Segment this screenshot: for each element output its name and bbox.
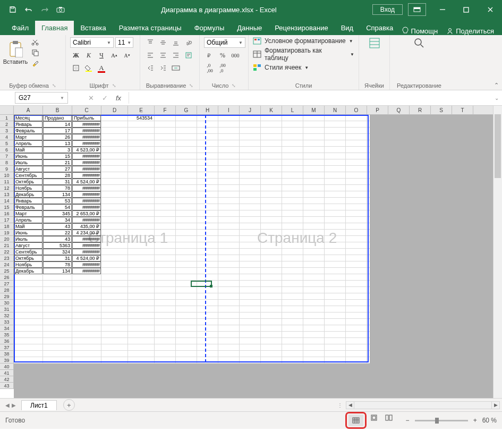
format-as-table-button[interactable]: Форматировать как таблицу ▼ bbox=[253, 47, 354, 62]
worksheet-grid[interactable]: ABCDEFGHIJKLMNOPQRST 1234567891011121314… bbox=[0, 106, 502, 398]
column-header[interactable]: E bbox=[128, 106, 155, 114]
ribbon-display-icon[interactable] bbox=[408, 3, 426, 16]
row-header[interactable]: 14 bbox=[0, 198, 14, 204]
column-header[interactable]: M bbox=[303, 106, 325, 114]
share-button[interactable]: Поделиться bbox=[446, 27, 494, 35]
column-header[interactable]: F bbox=[155, 106, 176, 114]
table-cell[interactable]: Май bbox=[14, 223, 42, 230]
column-header[interactable]: Q bbox=[388, 106, 410, 114]
undo-icon[interactable] bbox=[24, 5, 33, 14]
vertical-scrollbar[interactable] bbox=[493, 106, 502, 398]
row-header[interactable]: 32 bbox=[0, 312, 14, 319]
wrap-text-icon[interactable] bbox=[183, 50, 194, 61]
table-cell[interactable]: 22 bbox=[43, 230, 72, 236]
table-cell[interactable]: Сентябрь bbox=[14, 172, 42, 179]
table-cell[interactable]: ######## bbox=[72, 134, 101, 140]
table-cell[interactable]: Январь bbox=[14, 121, 42, 128]
table-cell[interactable]: Прибыль bbox=[72, 115, 101, 121]
cut-button[interactable] bbox=[30, 37, 40, 47]
copy-button[interactable] bbox=[30, 48, 40, 57]
page-break-view-button[interactable] bbox=[381, 412, 396, 424]
row-header[interactable]: 43 bbox=[0, 383, 14, 389]
table-cell[interactable]: Апрель bbox=[14, 217, 42, 223]
tab-pagelayout[interactable]: Разметка страницы bbox=[113, 21, 188, 35]
table-cell[interactable]: 4 234,00 ₽ bbox=[72, 230, 101, 236]
increase-decimal-icon[interactable]: ,0,00 bbox=[204, 63, 216, 73]
table-cell[interactable]: 34 bbox=[43, 217, 72, 223]
tab-review[interactable]: Рецензирование bbox=[268, 21, 334, 35]
comma-icon[interactable]: 000 bbox=[229, 50, 241, 61]
row-header[interactable]: 4 bbox=[0, 134, 14, 140]
align-middle-icon[interactable] bbox=[157, 37, 169, 48]
dialog-launcher-icon[interactable]: ⤡ bbox=[232, 83, 236, 88]
table-cell[interactable]: ######## bbox=[72, 185, 101, 191]
row-header[interactable]: 1 bbox=[0, 115, 14, 121]
row-header[interactable]: 11 bbox=[0, 179, 14, 185]
row-header[interactable]: 17 bbox=[0, 217, 14, 223]
row-header[interactable]: 24 bbox=[0, 261, 14, 268]
number-format-combo[interactable]: Общий▼ bbox=[204, 37, 245, 48]
tab-file[interactable]: Файл bbox=[5, 21, 35, 35]
column-header[interactable]: G bbox=[176, 106, 197, 114]
redo-icon[interactable] bbox=[40, 5, 49, 14]
dialog-launcher-icon[interactable]: ⤡ bbox=[112, 83, 116, 88]
table-cell[interactable]: Декабрь bbox=[14, 191, 42, 198]
percent-icon[interactable]: % bbox=[217, 50, 228, 61]
row-header[interactable]: 30 bbox=[0, 300, 14, 306]
table-cell[interactable]: 134 bbox=[43, 191, 72, 198]
table-cell[interactable]: Сентябрь bbox=[14, 249, 42, 255]
row-header[interactable]: 23 bbox=[0, 255, 14, 261]
row-header[interactable]: 41 bbox=[0, 370, 14, 376]
table-cell[interactable]: ######## bbox=[72, 153, 101, 159]
cancel-formula-icon[interactable]: ✕ bbox=[84, 92, 98, 104]
minimize-button[interactable] bbox=[430, 0, 454, 19]
row-header[interactable]: 21 bbox=[0, 242, 14, 249]
row-header[interactable]: 26 bbox=[0, 274, 14, 281]
table-cell[interactable]: 2 653,00 ₽ bbox=[72, 210, 101, 217]
tab-formulas[interactable]: Формулы bbox=[188, 21, 231, 35]
fill-color-button[interactable] bbox=[83, 63, 95, 73]
table-cell[interactable]: Ноябрь bbox=[14, 261, 42, 268]
table-cell[interactable]: 17 bbox=[43, 128, 72, 134]
column-header[interactable]: O bbox=[346, 106, 367, 114]
table-cell[interactable]: 31 bbox=[43, 179, 72, 185]
enter-formula-icon[interactable]: ✓ bbox=[98, 92, 112, 104]
zoom-slider[interactable] bbox=[415, 420, 468, 421]
row-header[interactable]: 29 bbox=[0, 293, 14, 300]
save-icon[interactable] bbox=[8, 5, 18, 14]
table-cell[interactable]: 53 bbox=[43, 198, 72, 204]
row-header[interactable]: 19 bbox=[0, 230, 14, 236]
camera-icon[interactable] bbox=[56, 5, 65, 14]
table-cell[interactable]: Январь bbox=[14, 198, 42, 204]
font-color-button[interactable]: A bbox=[96, 63, 107, 73]
table-cell[interactable]: Месяц bbox=[14, 115, 42, 121]
align-bottom-icon[interactable] bbox=[170, 37, 182, 48]
tab-help[interactable]: Справка bbox=[360, 21, 399, 35]
zoom-level[interactable]: 60 % bbox=[482, 417, 497, 424]
table-cell[interactable]: ######## bbox=[72, 242, 101, 249]
table-cell[interactable]: 13 bbox=[43, 140, 72, 147]
table-cell[interactable]: Февраль bbox=[14, 204, 42, 210]
table-cell[interactable]: ######## bbox=[72, 261, 101, 268]
table-cell[interactable]: 345 bbox=[43, 210, 72, 217]
row-header[interactable]: 22 bbox=[0, 249, 14, 255]
row-header[interactable]: 37 bbox=[0, 344, 14, 351]
table-cell[interactable]: ######## bbox=[72, 249, 101, 255]
table-cell[interactable]: 78 bbox=[43, 261, 72, 268]
table-cell[interactable]: 43 bbox=[43, 223, 72, 230]
table-cell[interactable]: Октябрь bbox=[14, 179, 42, 185]
row-header[interactable]: 33 bbox=[0, 319, 14, 325]
table-cell[interactable]: Март bbox=[14, 210, 42, 217]
table-cell[interactable]: 21 bbox=[43, 159, 72, 166]
table-cell[interactable]: 543534 bbox=[128, 115, 154, 121]
table-cell[interactable]: ######## bbox=[72, 198, 101, 204]
table-cell[interactable]: Август bbox=[14, 166, 42, 172]
table-cell[interactable]: ######## bbox=[72, 128, 101, 134]
zoom-out-button[interactable]: − bbox=[406, 417, 410, 424]
column-header[interactable]: T bbox=[452, 106, 473, 114]
table-cell[interactable]: 4 523,00 ₽ bbox=[72, 147, 101, 153]
font-size-combo[interactable]: 11▼ bbox=[115, 37, 133, 48]
tell-me[interactable]: Помощн bbox=[402, 27, 438, 35]
paste-button[interactable]: Вставить bbox=[4, 37, 27, 68]
table-cell[interactable]: 4 524,00 ₽ bbox=[72, 255, 101, 261]
